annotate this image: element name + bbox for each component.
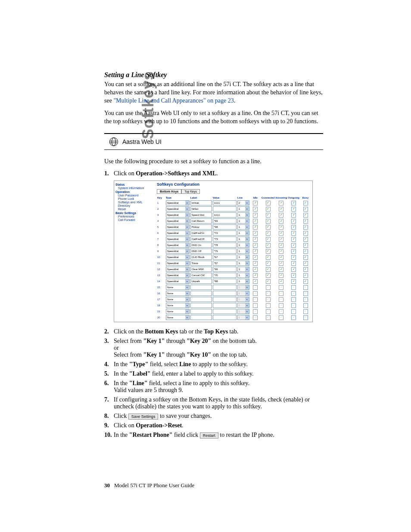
busy-checkbox[interactable]: ✓ xyxy=(303,297,308,302)
value-input[interactable]: *69 xyxy=(213,218,237,224)
incoming-checkbox[interactable]: ✓ xyxy=(279,273,283,278)
outgoing-checkbox[interactable]: ✓ xyxy=(291,309,296,314)
label-input[interactable]: Pickup xyxy=(190,224,212,230)
connected-checkbox[interactable]: ✓ xyxy=(266,297,271,302)
connected-checkbox[interactable]: ✓ xyxy=(266,267,271,272)
idle-checkbox[interactable]: ✓ xyxy=(253,255,258,260)
outgoing-checkbox[interactable]: ✓ xyxy=(291,213,296,218)
outgoing-checkbox[interactable]: ✓ xyxy=(291,231,296,236)
incoming-checkbox[interactable]: ✓ xyxy=(279,297,283,302)
type-select[interactable]: Speeddial▾ xyxy=(166,243,190,248)
outgoing-checkbox[interactable]: ✓ xyxy=(291,303,296,308)
value-input[interactable]: 1111 xyxy=(213,200,237,205)
incoming-checkbox[interactable]: ✓ xyxy=(279,231,283,236)
connected-checkbox[interactable]: ✓ xyxy=(266,255,271,260)
connected-checkbox[interactable]: ✓ xyxy=(266,231,271,236)
incoming-checkbox[interactable]: ✓ xyxy=(279,225,283,230)
type-select[interactable]: Speeddial▾ xyxy=(166,218,190,224)
outgoing-checkbox[interactable]: ✓ xyxy=(291,201,296,205)
label-input[interactable] xyxy=(190,285,212,290)
connected-checkbox[interactable]: ✓ xyxy=(266,273,271,278)
value-input[interactable] xyxy=(213,206,237,212)
line-select[interactable]: 1▾ xyxy=(237,261,249,266)
busy-checkbox[interactable]: ✓ xyxy=(303,279,308,284)
type-select[interactable]: None▾ xyxy=(166,297,190,302)
tab-top-keys[interactable]: Top Keys xyxy=(181,189,200,194)
value-input[interactable]: 1111 xyxy=(213,212,237,218)
value-input[interactable]: *88 xyxy=(213,279,237,284)
label-input[interactable] xyxy=(190,291,212,296)
restart-button[interactable]: Restart xyxy=(200,432,218,439)
line-select[interactable]: 1▾ xyxy=(237,212,249,218)
nav-sysinfo[interactable]: System Information xyxy=(115,187,155,190)
incoming-checkbox[interactable]: ✓ xyxy=(279,309,283,314)
incoming-checkbox[interactable]: ✓ xyxy=(279,213,283,218)
incoming-checkbox[interactable]: ✓ xyxy=(279,249,283,254)
type-select[interactable]: Speeddial▾ xyxy=(166,267,190,272)
idle-checkbox[interactable]: ✓ xyxy=(253,267,258,272)
incoming-checkbox[interactable]: ✓ xyxy=(279,285,283,290)
link-multi-line[interactable]: "Multiple Line and Call Appearances" xyxy=(113,97,206,104)
busy-checkbox[interactable]: ✓ xyxy=(303,201,308,205)
incoming-checkbox[interactable]: ✓ xyxy=(279,267,283,272)
line-select[interactable]: 1▾ xyxy=(237,267,249,272)
connected-checkbox[interactable]: ✓ xyxy=(266,279,271,284)
incoming-checkbox[interactable]: ✓ xyxy=(279,207,283,212)
label-input[interactable]: Cancel CW xyxy=(190,273,212,278)
busy-checkbox[interactable]: ✓ xyxy=(303,231,308,236)
idle-checkbox[interactable]: ✓ xyxy=(253,219,258,224)
value-input[interactable]: *67 xyxy=(213,255,237,260)
nav-userpw[interactable]: User Password xyxy=(115,194,155,197)
outgoing-checkbox[interactable]: ✓ xyxy=(291,297,296,302)
nav-dir[interactable]: Directory xyxy=(115,204,155,207)
link-page23[interactable]: page 23 xyxy=(215,97,234,104)
line-select[interactable]: 1▾ xyxy=(237,249,249,254)
label-input[interactable]: Clear MWI xyxy=(190,267,212,272)
type-select[interactable]: Speeddial▾ xyxy=(166,236,190,242)
type-select[interactable]: Speeddial▾ xyxy=(166,200,190,205)
label-input[interactable]: Speed Dial xyxy=(190,212,212,218)
idle-checkbox[interactable]: ✓ xyxy=(253,273,258,278)
connected-checkbox[interactable]: ✓ xyxy=(266,213,271,218)
connected-checkbox[interactable]: ✓ xyxy=(266,249,271,254)
incoming-checkbox[interactable]: ✓ xyxy=(279,291,283,296)
busy-checkbox[interactable]: ✓ xyxy=(303,219,308,224)
type-select[interactable]: Speeddial▾ xyxy=(166,206,190,212)
label-input[interactable]: Trace xyxy=(190,261,212,266)
type-select[interactable]: Speeddial▾ xyxy=(166,224,190,230)
busy-checkbox[interactable]: ✓ xyxy=(303,207,308,212)
type-select[interactable]: None▾ xyxy=(166,303,190,308)
busy-checkbox[interactable]: ✓ xyxy=(303,303,308,308)
nav-sxml[interactable]: Softkeys and XML xyxy=(115,201,155,204)
outgoing-checkbox[interactable]: ✓ xyxy=(291,249,296,254)
idle-checkbox[interactable]: ✓ xyxy=(253,237,258,242)
label-input[interactable]: Ishtiak xyxy=(190,200,212,205)
connected-checkbox[interactable]: ✓ xyxy=(266,261,271,266)
idle-checkbox[interactable]: ✓ xyxy=(253,201,258,205)
outgoing-checkbox[interactable]: ✓ xyxy=(291,273,296,278)
value-input[interactable]: *70 xyxy=(213,273,237,278)
label-input[interactable]: CLID Block xyxy=(190,255,212,260)
value-input[interactable] xyxy=(213,309,237,314)
incoming-checkbox[interactable]: ✓ xyxy=(279,201,283,205)
value-input[interactable] xyxy=(213,315,237,320)
label-input[interactable]: CallFwdOff xyxy=(190,236,212,242)
incoming-checkbox[interactable]: ✓ xyxy=(279,315,283,320)
save-settings-button[interactable]: Save Settings xyxy=(128,414,159,420)
idle-checkbox[interactable]: ✓ xyxy=(253,207,258,212)
idle-checkbox[interactable]: ✓ xyxy=(253,303,258,308)
outgoing-checkbox[interactable]: ✓ xyxy=(291,315,296,320)
outgoing-checkbox[interactable]: ✓ xyxy=(291,225,296,230)
type-select[interactable]: Speeddial▾ xyxy=(166,249,190,254)
outgoing-checkbox[interactable]: ✓ xyxy=(291,291,296,296)
busy-checkbox[interactable]: ✓ xyxy=(303,267,308,272)
nav-operation[interactable]: Operation xyxy=(115,190,155,193)
line-select[interactable]: 1▾ xyxy=(237,279,249,284)
label-input[interactable] xyxy=(190,315,212,320)
incoming-checkbox[interactable]: ✓ xyxy=(279,255,283,260)
connected-checkbox[interactable]: ✓ xyxy=(266,219,271,224)
connected-checkbox[interactable]: ✓ xyxy=(266,237,271,242)
line-select[interactable]: 1▾ xyxy=(237,273,249,278)
busy-checkbox[interactable]: ✓ xyxy=(303,243,308,248)
connected-checkbox[interactable]: ✓ xyxy=(266,225,271,230)
